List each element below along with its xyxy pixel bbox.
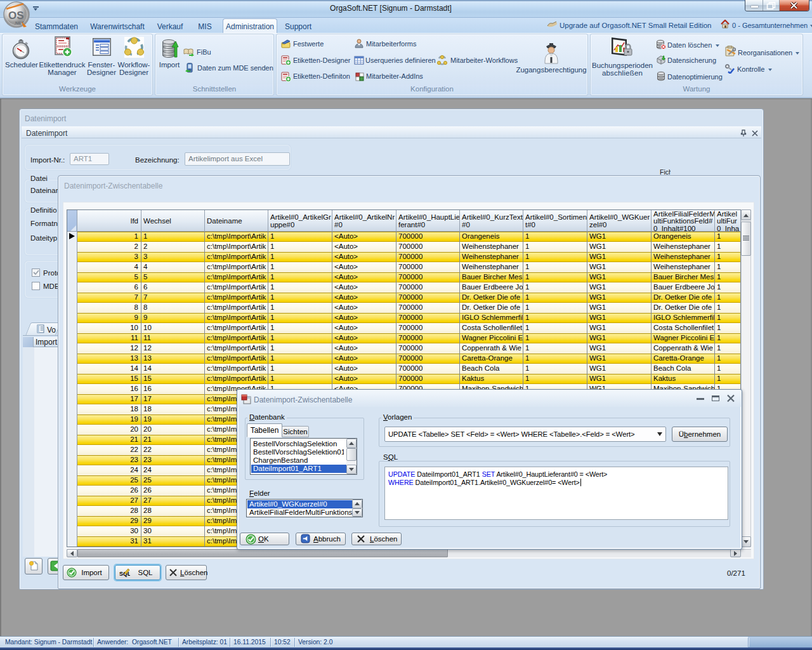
svg-text:OS: OS [8,10,24,22]
